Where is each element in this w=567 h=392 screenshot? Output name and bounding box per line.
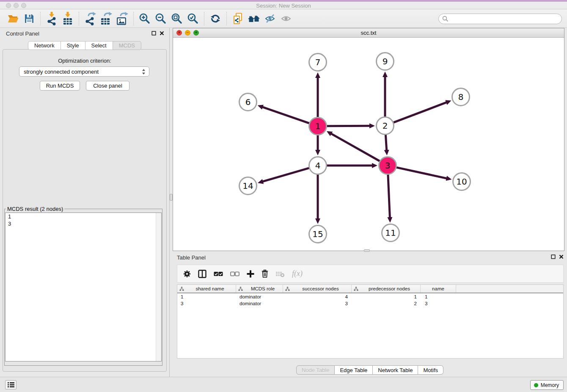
graph-edge-arrow	[445, 100, 451, 105]
import-network-button[interactable]	[44, 11, 60, 27]
graph-edge[interactable]	[327, 126, 370, 126]
column-header-successor-nodes[interactable]: successor nodes	[283, 285, 352, 293]
toolbar-separator	[133, 12, 134, 25]
horizontal-splitter-grip[interactable]	[364, 249, 370, 252]
graph-edge[interactable]	[330, 133, 379, 161]
table-row[interactable]: 3 dominator 3 2 3	[177, 300, 563, 307]
zoom-out-button[interactable]	[153, 11, 169, 27]
graph-node-8[interactable]: 8	[451, 88, 470, 106]
graph-node-6[interactable]: 6	[239, 93, 257, 111]
memory-button[interactable]: Memory	[530, 380, 564, 390]
graph-node-11[interactable]: 11	[381, 224, 400, 242]
mcds-result-title: MCDS result (2 nodes)	[6, 206, 64, 212]
tab-mcds[interactable]: MCDS	[113, 41, 141, 50]
graph-node-7[interactable]: 7	[308, 53, 327, 72]
column-header-mcds-role[interactable]: MCDS role	[236, 285, 283, 293]
save-button[interactable]	[21, 11, 37, 27]
cell-successor-nodes: 3	[283, 301, 352, 306]
list-icon	[7, 382, 15, 388]
tab-network[interactable]: Network	[28, 41, 61, 50]
refresh-icon	[210, 13, 221, 24]
column-header-shared-name[interactable]: shared name	[177, 285, 236, 293]
close-panel-icon[interactable]	[160, 31, 164, 36]
criterion-dropdown[interactable]: strongly connected component	[19, 66, 149, 77]
mcds-result-list[interactable]: 1 3	[5, 213, 162, 362]
toolbar-separator	[226, 12, 227, 25]
search-input[interactable]	[450, 15, 561, 23]
main-toolbar	[0, 9, 567, 28]
column-tree-icon	[285, 287, 290, 291]
eye-slash-icon	[264, 14, 275, 24]
result-node-id: 3	[6, 220, 161, 227]
vertical-splitter[interactable]	[169, 28, 173, 377]
zoom-fit-button[interactable]	[169, 11, 185, 27]
column-tree-icon	[354, 287, 358, 291]
hide-selected-button[interactable]	[262, 11, 278, 27]
run-mcds-button[interactable]: Run MCDS	[40, 81, 80, 91]
tab-network-table[interactable]: Network Table	[373, 365, 418, 375]
graph-node-1[interactable]: 1	[308, 117, 327, 135]
graph-edge[interactable]	[385, 135, 386, 151]
graph-edge[interactable]	[388, 175, 390, 218]
splitter-grip[interactable]	[170, 194, 173, 201]
graph-node-4[interactable]: 4	[308, 156, 327, 175]
close-panel-button[interactable]: Close panel	[86, 81, 129, 91]
table-settings-gear-icon[interactable]	[183, 270, 191, 278]
task-history-button[interactable]	[5, 380, 17, 389]
open-button[interactable]	[5, 11, 21, 27]
graph-edge[interactable]	[396, 168, 447, 179]
export-table-button[interactable]	[98, 11, 114, 27]
tab-motifs[interactable]: Motifs	[418, 365, 443, 375]
home-button[interactable]	[246, 11, 262, 27]
tab-node-table[interactable]: Node Table	[296, 365, 335, 375]
search-field[interactable]	[438, 14, 562, 24]
import-table-button[interactable]	[60, 11, 76, 27]
column-header-name[interactable]: name	[421, 285, 456, 293]
float-table-panel-icon[interactable]	[551, 254, 556, 259]
graph-edge[interactable]	[394, 102, 447, 122]
table-row[interactable]: 1 dominator 4 1 1	[177, 293, 563, 300]
show-hidden-button[interactable]	[278, 11, 294, 27]
network-window-titlebar[interactable]: × − + scc.txt	[173, 28, 564, 38]
graph-node-14[interactable]: 14	[239, 177, 257, 195]
zoom-selected-button[interactable]	[185, 11, 201, 27]
graph-edge-arrow	[446, 176, 452, 181]
toolbar-separator	[204, 12, 204, 25]
export-image-icon	[116, 12, 128, 25]
delete-table-icon-disabled	[275, 271, 285, 277]
graph-edge[interactable]	[262, 107, 309, 123]
export-image-button[interactable]	[114, 11, 130, 27]
clone-network-button[interactable]	[230, 11, 246, 27]
zoom-in-button[interactable]	[137, 11, 153, 27]
delete-column-trash-icon[interactable]	[261, 270, 268, 278]
add-column-icon[interactable]	[247, 270, 254, 278]
graph-node-2[interactable]: 2	[376, 116, 394, 135]
graph-edges-layer[interactable]	[173, 38, 564, 251]
graph-node-3[interactable]: 3	[378, 156, 397, 175]
graph-node-10[interactable]: 10	[452, 172, 471, 191]
graph-edge[interactable]	[262, 168, 309, 182]
export-network-icon	[84, 12, 96, 25]
graph-edge-arrow	[258, 105, 264, 109]
tab-style[interactable]: Style	[61, 41, 85, 50]
column-header-predecessor-nodes[interactable]: predecessor nodes	[352, 285, 421, 293]
graph-node-9[interactable]: 9	[376, 52, 394, 71]
graph-edge-arrow	[387, 217, 392, 223]
network-canvas[interactable]: 7968124314101511	[173, 38, 564, 251]
graph-node-15[interactable]: 15	[308, 225, 327, 243]
close-table-panel-icon[interactable]	[559, 254, 564, 259]
select-all-icon[interactable]	[214, 271, 223, 277]
result-scrollbar[interactable]	[156, 213, 161, 361]
float-panel-icon[interactable]	[151, 31, 156, 36]
export-network-button[interactable]	[82, 11, 98, 27]
zoom-in-icon	[139, 13, 151, 25]
tab-select[interactable]: Select	[85, 41, 113, 50]
zoom-selected-icon	[187, 13, 199, 25]
show-columns-icon[interactable]	[198, 270, 206, 278]
tab-edge-table[interactable]: Edge Table	[335, 365, 373, 375]
network-view-window: × − + scc.txt 7968124314101511	[173, 28, 564, 251]
deselect-all-icon[interactable]	[230, 271, 239, 277]
table-tabs: Node Table Edge Table Network Table Moti…	[173, 365, 567, 375]
import-network-icon	[46, 12, 57, 25]
refresh-button[interactable]	[207, 11, 223, 27]
